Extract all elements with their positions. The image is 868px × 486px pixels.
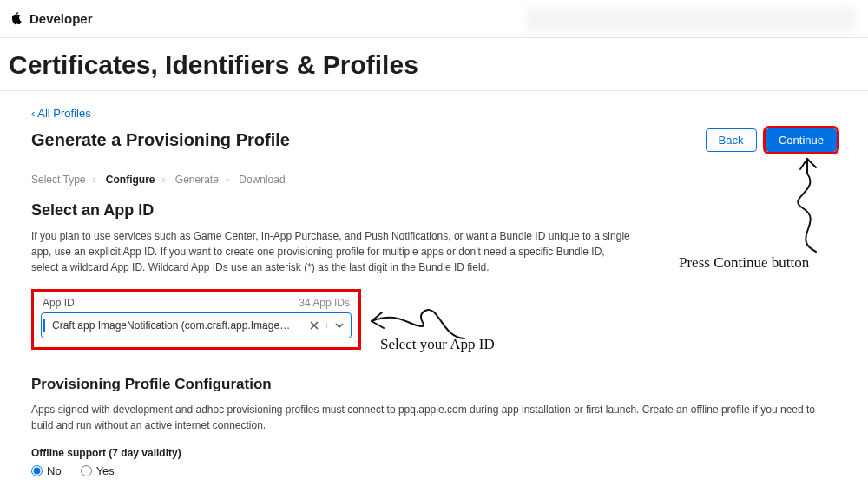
brand-text: Developer [30, 11, 93, 26]
chevron-down-icon[interactable] [326, 323, 351, 328]
offline-yes-radio[interactable] [81, 465, 92, 476]
content: ‹ All Profiles Generate a Provisioning P… [0, 91, 868, 477]
step-breadcrumb: Select Type› Configure› Generate› Downlo… [31, 174, 837, 186]
all-profiles-link[interactable]: ‹ All Profiles [31, 107, 91, 120]
offline-yes-option[interactable]: Yes [81, 464, 115, 477]
appid-selector-box: App ID: 34 App IDs Craft app ImageNotifi… [31, 289, 361, 350]
ppc-desc: Apps signed with development and adhoc p… [31, 402, 830, 433]
apple-logo-icon [12, 12, 24, 26]
offline-no-option[interactable]: No [31, 464, 62, 477]
ppc-heading: Provisioning Profile Configuration [31, 376, 837, 393]
select-appid-desc: If you plan to use services such as Game… [31, 228, 630, 275]
action-buttons: Back Continue [706, 128, 837, 152]
appid-selected-value: Craft app ImageNotification (com.craft.a… [43, 319, 302, 332]
step-generate: Generate [175, 174, 219, 186]
back-button[interactable]: Back [706, 128, 757, 152]
page-title: Certificates, Identifiers & Profiles [0, 38, 868, 91]
generate-header: Generate a Provisioning Profile Back Con… [31, 128, 837, 161]
select-appid-heading: Select an App ID [31, 201, 837, 220]
step-download: Download [239, 174, 285, 186]
clear-icon[interactable] [302, 321, 326, 330]
offline-radio-group: No Yes [31, 464, 837, 477]
offline-support-label: Offline support (7 day validity) [31, 447, 837, 459]
top-bar: Developer [0, 0, 868, 38]
account-info-blurred [526, 7, 856, 31]
step-configure: Configure [106, 174, 155, 186]
appid-dropdown[interactable]: Craft app ImageNotification (com.craft.a… [41, 312, 352, 338]
brand[interactable]: Developer [12, 11, 93, 26]
offline-no-radio[interactable] [31, 465, 43, 476]
continue-button[interactable]: Continue [766, 128, 837, 152]
step-select-type: Select Type [31, 174, 85, 186]
appid-label: App ID: [43, 297, 77, 309]
generate-title: Generate a Provisioning Profile [31, 130, 290, 150]
appid-count: 34 App IDs [299, 297, 350, 309]
